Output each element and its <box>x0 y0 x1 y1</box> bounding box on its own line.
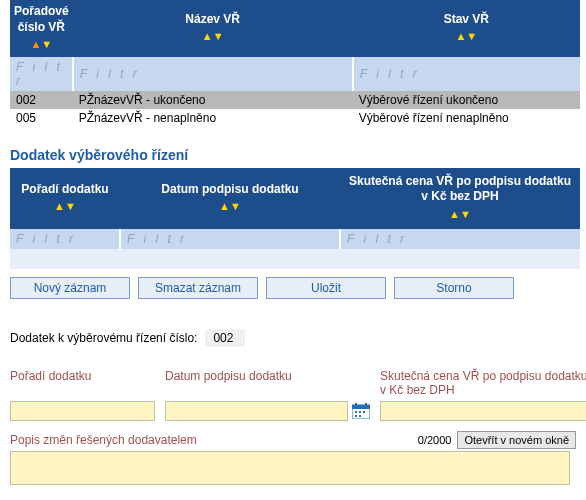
new-record-button[interactable]: Nový záznam <box>10 277 130 299</box>
svg-rect-2 <box>355 403 357 407</box>
col-nazev: Název VŘ ▲▼ <box>73 0 353 57</box>
svg-rect-4 <box>355 411 357 413</box>
filter-cell[interactable]: F i l t r <box>353 57 580 91</box>
cislo-label: Dodatek k výběrovému řízení číslo: <box>10 331 197 345</box>
table-row[interactable]: 005 PŽnázevVŘ - nenaplněno Výběrové říze… <box>10 109 580 127</box>
col-poradove-cislo: Pořadové číslo VŘ ▲▼ <box>10 0 73 57</box>
filter-cell[interactable]: F i l t r <box>73 57 353 91</box>
svg-rect-7 <box>355 415 357 417</box>
poradi-label: Pořadí dodatku <box>10 367 155 383</box>
svg-rect-8 <box>359 415 361 417</box>
calendar-icon[interactable] <box>352 403 370 419</box>
svg-rect-6 <box>363 411 365 413</box>
col-poradi-dodatku: Pořadí dodatku ▲▼ <box>10 168 120 229</box>
sort-desc-icon[interactable]: ▼ <box>230 201 241 212</box>
delete-record-button[interactable]: Smazat záznam <box>138 277 258 299</box>
table-row-empty <box>10 249 580 269</box>
sort-asc-icon[interactable]: ▲ <box>449 209 460 220</box>
sort-asc-icon[interactable]: ▲ <box>30 39 41 50</box>
char-counter: 0/2000 <box>418 434 452 446</box>
sort-desc-icon[interactable]: ▼ <box>213 31 224 42</box>
svg-rect-1 <box>352 405 370 409</box>
table-row[interactable]: 002 PŽnázevVŘ - ukončeno Výběrové řízení… <box>10 91 580 109</box>
cislo-value: 002 <box>205 329 245 347</box>
svg-rect-5 <box>359 411 361 413</box>
col-stav: Stav VŘ ▲▼ <box>353 0 580 57</box>
filter-cell[interactable]: F i l t r <box>10 57 73 91</box>
sort-desc-icon[interactable]: ▼ <box>466 31 477 42</box>
open-new-window-button[interactable]: Otevřít v novém okně <box>457 431 576 449</box>
col-datum-podpisu: Datum podpisu dodatku ▲▼ <box>120 168 340 229</box>
section-title-dodatek: Dodatek výběrového řízení <box>10 147 586 163</box>
popis-label: Popis změn řešených dodavatelem <box>10 433 418 447</box>
sort-asc-icon[interactable]: ▲ <box>202 31 213 42</box>
col-skutecna-cena: Skutečná cena VŘ po podpisu dodatku v Kč… <box>340 168 580 229</box>
svg-rect-3 <box>365 403 367 407</box>
filter-cell[interactable]: F i l t r <box>340 229 580 249</box>
vr-table: Pořadové číslo VŘ ▲▼ Název VŘ ▲▼ Stav VŘ… <box>10 0 580 127</box>
datum-label: Datum podpisu dodatku <box>165 367 370 383</box>
filter-cell[interactable]: F i l t r <box>10 229 120 249</box>
cena-label: Skutečná cena VŘ po podpisu dodatku v Kč… <box>380 367 586 397</box>
sort-asc-icon[interactable]: ▲ <box>54 201 65 212</box>
dodatek-table: Pořadí dodatku ▲▼ Datum podpisu dodatku … <box>10 168 580 269</box>
sort-asc-icon[interactable]: ▲ <box>219 201 230 212</box>
sort-desc-icon[interactable]: ▼ <box>460 209 471 220</box>
poradi-input[interactable] <box>10 401 155 421</box>
sort-desc-icon[interactable]: ▼ <box>41 39 52 50</box>
datum-input[interactable] <box>165 401 348 421</box>
filter-cell[interactable]: F i l t r <box>120 229 340 249</box>
popis-textarea[interactable] <box>10 451 570 485</box>
cancel-button[interactable]: Storno <box>394 277 514 299</box>
cena-input[interactable] <box>380 401 586 421</box>
sort-asc-icon[interactable]: ▲ <box>455 31 466 42</box>
save-button[interactable]: Uložit <box>266 277 386 299</box>
sort-desc-icon[interactable]: ▼ <box>65 201 76 212</box>
